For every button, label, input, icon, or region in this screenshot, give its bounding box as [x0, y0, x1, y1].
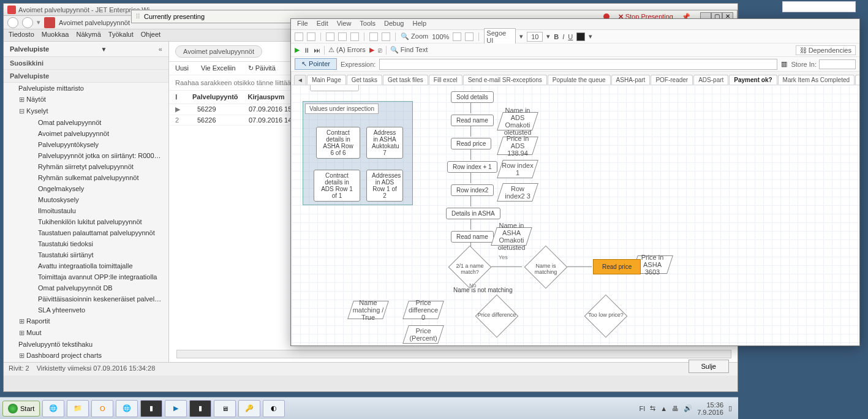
zoom-out-icon[interactable]: [453, 32, 461, 41]
zoom-value[interactable]: 100%: [432, 33, 449, 40]
action-stage[interactable]: Sold details: [451, 91, 494, 103]
zoom-in-icon[interactable]: [465, 32, 474, 41]
menu-view[interactable]: Näkymä: [76, 31, 100, 40]
sidebar-item[interactable]: Avoimet palvelupyynnöt: [4, 128, 168, 139]
sidebar-item[interactable]: Palvelupyyntö tekstihaku: [4, 339, 168, 350]
pause-icon[interactable]: ⏸: [303, 47, 310, 54]
sidebar-item[interactable]: Ryhmän sulkemat palvelupyynnöt: [4, 172, 168, 183]
page-tab[interactable]: Populate the queue: [548, 75, 611, 85]
page-tab[interactable]: Main Page: [307, 75, 346, 85]
sidebar-item[interactable]: ⊞ Dashboard project charts: [4, 350, 168, 361]
errors-button[interactable]: ⚠ (A) Errors: [328, 46, 366, 54]
taskbar-ie-icon[interactable]: 🌐: [42, 400, 64, 417]
empty-stage[interactable]: [310, 85, 359, 91]
taskbar-app-icon[interactable]: 🖥: [214, 400, 236, 417]
sidebar-item[interactable]: Ilmoitustaulu: [4, 205, 168, 216]
tool-excel[interactable]: Vie Exceliin: [201, 64, 236, 72]
decision-stage[interactable]: 2/1 a name match?: [448, 254, 491, 280]
tool-new[interactable]: Uusi: [175, 64, 189, 72]
print-icon[interactable]: [307, 32, 315, 41]
nav-back-button[interactable]: [7, 17, 18, 28]
page-tab[interactable]: ASHA-part: [611, 75, 651, 85]
block-label[interactable]: Values under inspection: [305, 104, 379, 114]
menu-help[interactable]: Help: [412, 20, 426, 29]
tray-clock[interactable]: 15:36 7.9.2016: [697, 401, 723, 416]
taskbar-outlook-icon[interactable]: O: [91, 400, 113, 417]
underline-button[interactable]: U: [568, 33, 573, 40]
color-picker[interactable]: [576, 32, 585, 41]
breadcrumb[interactable]: Avoimet palvelupyynnöt: [59, 19, 130, 26]
action-stage[interactable]: Read name: [451, 115, 494, 126]
decision-stage[interactable]: Name is matching: [524, 254, 567, 280]
tab-scroll-left[interactable]: ◄: [294, 75, 306, 85]
store-in-input[interactable]: [819, 59, 856, 69]
font-select[interactable]: Segoe UI: [484, 28, 516, 45]
taskbar-key-icon[interactable]: 🔑: [238, 400, 260, 417]
menu-file[interactable]: Tiedosto: [9, 31, 34, 40]
bold-button[interactable]: B: [554, 33, 559, 40]
tray-printer-icon[interactable]: 🖶: [672, 405, 679, 412]
start-button[interactable]: Start: [2, 401, 40, 417]
page-tab[interactable]: Get task files: [383, 75, 428, 85]
close-button[interactable]: Sulje: [689, 360, 729, 373]
sidebar-item[interactable]: ⊞ For Testing assistance: [4, 361, 168, 362]
tray-up-icon[interactable]: ▲: [660, 405, 667, 412]
pointer-tool[interactable]: ↖ Pointer: [295, 58, 337, 70]
tool-refresh[interactable]: ↻ Päivitä: [248, 64, 276, 72]
sidebar-item[interactable]: Avattu integraatiolla toimittajalle: [4, 260, 168, 271]
sidebar-item[interactable]: ⊞ Muut: [4, 327, 168, 339]
collection-stage[interactable]: Contract details in ADS Row 1 of 1: [314, 170, 360, 202]
tray-network-icon[interactable]: ⇆: [650, 404, 655, 412]
sidebar-item[interactable]: Taustatuen palauttamat palvelupyynnöt: [4, 227, 168, 238]
decision-stage[interactable]: Price difference: [475, 303, 518, 329]
calc-stage[interactable]: Row index2: [451, 184, 494, 196]
collection-stage[interactable]: Address in ASHA Auktokatu 7: [366, 127, 403, 159]
sidebar-item[interactable]: Omat palvelupyynnöt: [4, 117, 168, 128]
page-tab[interactable]: Mark Item As Completed: [778, 75, 855, 85]
page-tab[interactable]: Fill excel: [429, 75, 462, 85]
col-header[interactable]: Palvelupyyntö: [192, 93, 238, 101]
find-text-button[interactable]: 🔍 Find Text: [390, 46, 428, 54]
sidebar-section-favorites[interactable]: Suosikkini: [4, 57, 168, 70]
sidebar-item[interactable]: Taustatuki tiedoksi: [4, 238, 168, 249]
sidebar-section-main[interactable]: Palvelupiste: [4, 70, 168, 83]
action-stage[interactable]: Read name: [451, 231, 494, 243]
redo-icon[interactable]: [382, 32, 390, 41]
page-tab[interactable]: Get tasks: [347, 75, 382, 85]
step-icon[interactable]: ⏭: [314, 47, 320, 54]
sidebar-item[interactable]: Päivittäisasioinnin keskeneräiset palvel…: [4, 293, 168, 304]
nav-forward-button[interactable]: [22, 17, 33, 28]
action-stage[interactable]: Read price: [451, 138, 491, 149]
taskbar-blueprism-icon[interactable]: ▶: [165, 400, 187, 417]
sidebar-item[interactable]: Palvelupyynnöt jotka on siirtänyt: R0000…: [4, 150, 168, 161]
sidebar-header[interactable]: Palvelupiste ▼ «: [4, 42, 168, 57]
tray-lang[interactable]: FI: [640, 405, 646, 412]
horizontal-scrollbar[interactable]: [176, 350, 731, 358]
fontsize-input[interactable]: 10: [527, 32, 543, 42]
undo-icon[interactable]: [369, 32, 378, 41]
expression-expand-icon[interactable]: ▥: [781, 60, 787, 68]
dependencies-button[interactable]: ⛓ Dependencies: [796, 45, 856, 55]
main-tab[interactable]: Avoimet palvelupyynnöt: [175, 45, 262, 58]
sidebar-item[interactable]: Ryhmän siirretyt palvelupyynnöt: [4, 161, 168, 172]
menu-file[interactable]: File: [297, 20, 308, 29]
tray-volume-icon[interactable]: 🔊: [684, 404, 692, 412]
menu-edit[interactable]: Muokkaa: [42, 31, 69, 40]
sidebar-item[interactable]: Ongelmakysely: [4, 183, 168, 194]
process-canvas[interactable]: Values under inspection Contract details…: [292, 85, 859, 345]
sidebar-item[interactable]: Palvelupiste mittaristo: [4, 83, 168, 94]
sidebar-item[interactable]: Tukihenkilön lukitut palvelupyynnöt: [4, 216, 168, 227]
sidebar-item[interactable]: SLA yhteenveto: [4, 304, 168, 315]
page-tab[interactable]: Mark Item As Exception: [855, 75, 859, 85]
cut-icon[interactable]: [326, 32, 334, 41]
menu-view[interactable]: View: [337, 20, 352, 29]
sidebar-item[interactable]: Palvelupyyntökysely: [4, 139, 168, 150]
tray-showdesktop[interactable]: ▯: [728, 404, 732, 412]
collection-stage[interactable]: Contract details in ASHA Row 6 of 6: [316, 127, 360, 159]
home-icon[interactable]: [44, 17, 55, 28]
taskbar-ie2-icon[interactable]: 🌐: [116, 400, 138, 417]
play-icon[interactable]: ▶: [295, 46, 300, 54]
sidebar-item[interactable]: ⊟ Kyselyt: [4, 105, 168, 117]
sidebar-item[interactable]: Muutoskysely: [4, 194, 168, 205]
page-tab[interactable]: POF-reader: [651, 75, 693, 85]
